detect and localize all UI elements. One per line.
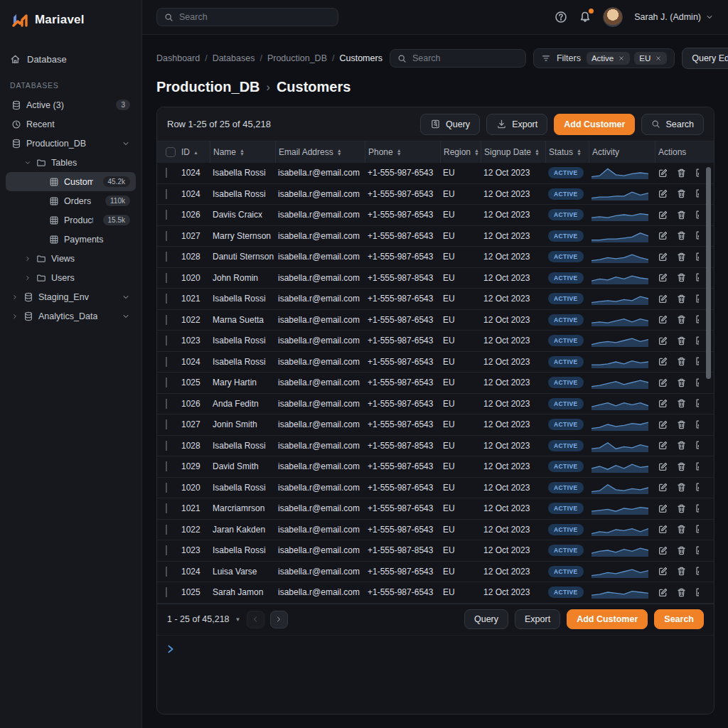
query-button-footer[interactable]: Query bbox=[464, 609, 508, 629]
file-icon[interactable] bbox=[695, 188, 699, 199]
edit-icon[interactable] bbox=[658, 294, 668, 304]
trash-icon[interactable] bbox=[676, 440, 687, 451]
sidebar-item-customers[interactable]: Customers45.2k bbox=[6, 172, 136, 191]
add-customer-button[interactable]: Add Customer bbox=[554, 114, 635, 135]
file-icon[interactable] bbox=[695, 545, 699, 556]
trash-icon[interactable] bbox=[676, 188, 687, 199]
chevron-down-icon[interactable] bbox=[122, 293, 130, 301]
table-row[interactable]: 1020Isabella Rossiisabella.r@email.com+1… bbox=[157, 478, 714, 499]
row-checkbox[interactable] bbox=[166, 419, 167, 429]
trash-icon[interactable] bbox=[676, 398, 687, 409]
file-icon[interactable] bbox=[695, 398, 699, 409]
file-icon[interactable] bbox=[695, 210, 699, 220]
breadcrumb-item-customers[interactable]: Customers bbox=[339, 53, 382, 63]
file-icon[interactable] bbox=[695, 272, 699, 283]
table-row[interactable]: 1024Isabella Rossiisabella.r@email.com+1… bbox=[157, 184, 714, 205]
trash-icon[interactable] bbox=[676, 210, 687, 220]
edit-icon[interactable] bbox=[658, 503, 668, 514]
edit-icon[interactable] bbox=[658, 482, 668, 493]
close-icon[interactable] bbox=[655, 55, 662, 62]
trash-icon[interactable] bbox=[676, 378, 687, 388]
search-button[interactable]: Search bbox=[641, 114, 704, 135]
console-expand-chevron-icon[interactable] bbox=[166, 644, 176, 654]
sidebar-item-production-db[interactable]: Production_DB bbox=[6, 134, 136, 153]
trash-icon[interactable] bbox=[676, 336, 687, 346]
table-row[interactable]: 1026Daviis Craicxisabella.r@email.com+1-… bbox=[157, 205, 714, 226]
trash-icon[interactable] bbox=[676, 503, 687, 514]
row-checkbox[interactable] bbox=[166, 315, 167, 325]
edit-icon[interactable] bbox=[658, 398, 668, 409]
edit-icon[interactable] bbox=[658, 230, 668, 241]
row-checkbox[interactable] bbox=[166, 483, 167, 493]
trash-icon[interactable] bbox=[676, 272, 687, 283]
select-all-checkbox[interactable] bbox=[157, 141, 178, 163]
breadcrumb-item-dashboard[interactable]: Dashboard bbox=[156, 53, 200, 63]
sidebar-item-staging-env[interactable]: Staging_Env bbox=[6, 287, 136, 306]
sidebar-item-payments[interactable]: Payments bbox=[6, 230, 136, 249]
table-row[interactable]: 1023Isabella Rossiisabella.r@email.com+1… bbox=[157, 540, 714, 562]
file-icon[interactable] bbox=[695, 503, 699, 514]
row-checkbox[interactable] bbox=[166, 357, 167, 367]
edit-icon[interactable] bbox=[658, 440, 668, 451]
table-row[interactable]: 1028Danuti Sternsonisabella.r@email.com+… bbox=[157, 247, 714, 268]
trash-icon[interactable] bbox=[676, 168, 687, 178]
row-checkbox[interactable] bbox=[166, 461, 167, 471]
user-menu[interactable]: Sarah J. (Admin) bbox=[634, 12, 714, 22]
table-row[interactable]: 1024Isabella Rossiisabella.r@email.com+1… bbox=[157, 352, 714, 373]
trash-icon[interactable] bbox=[676, 294, 687, 304]
vertical-scrollbar[interactable] bbox=[706, 167, 711, 379]
trash-icon[interactable] bbox=[676, 356, 687, 367]
row-checkbox[interactable] bbox=[166, 399, 167, 409]
trash-icon[interactable] bbox=[676, 566, 687, 577]
table-row[interactable]: 1027Marry Sternsonisabella.r@email.com+1… bbox=[157, 226, 714, 247]
edit-icon[interactable] bbox=[658, 336, 668, 346]
column-header-email-address[interactable]: Email Address▲▼ bbox=[275, 141, 365, 163]
trash-icon[interactable] bbox=[676, 545, 687, 556]
edit-icon[interactable] bbox=[658, 314, 668, 325]
global-search-input[interactable]: Search bbox=[156, 8, 338, 26]
file-icon[interactable] bbox=[695, 294, 699, 304]
trash-icon[interactable] bbox=[676, 230, 687, 241]
edit-icon[interactable] bbox=[658, 210, 668, 220]
table-row[interactable]: 1022Jaran Kakdenisabella.r@email.com+1-5… bbox=[157, 520, 714, 541]
row-checkbox[interactable] bbox=[166, 587, 167, 597]
sidebar-item-analytics-data[interactable]: Analytics_Data bbox=[6, 306, 136, 326]
sidebar-item-tables[interactable]: Tables bbox=[6, 153, 136, 172]
avatar[interactable] bbox=[603, 7, 623, 27]
filters-button[interactable]: Filters ActiveEU bbox=[533, 48, 675, 68]
trash-icon[interactable] bbox=[676, 587, 687, 598]
breadcrumb-item-production_db[interactable]: Production_DB bbox=[267, 53, 327, 63]
row-checkbox[interactable] bbox=[166, 294, 167, 304]
row-checkbox[interactable] bbox=[166, 336, 167, 346]
table-row[interactable]: 1024Isabella Rossiisabella.r@email.com+1… bbox=[157, 163, 714, 184]
row-checkbox[interactable] bbox=[166, 252, 167, 262]
file-icon[interactable] bbox=[695, 314, 699, 325]
chevron-right-icon[interactable] bbox=[11, 293, 18, 301]
row-checkbox[interactable] bbox=[166, 441, 167, 451]
table-row[interactable]: 1021Isabella Rossiisabella.r@email.com+1… bbox=[157, 289, 714, 310]
query-button[interactable]: Query bbox=[420, 114, 480, 135]
file-icon[interactable] bbox=[695, 524, 699, 535]
row-checkbox[interactable] bbox=[166, 189, 167, 199]
edit-icon[interactable] bbox=[658, 188, 668, 199]
edit-icon[interactable] bbox=[658, 252, 668, 262]
file-icon[interactable] bbox=[695, 461, 699, 472]
file-icon[interactable] bbox=[695, 566, 699, 577]
checkbox[interactable] bbox=[166, 147, 176, 157]
row-checkbox[interactable] bbox=[166, 168, 167, 178]
help-icon[interactable] bbox=[555, 11, 567, 23]
column-header-name[interactable]: Name▲▼ bbox=[210, 141, 275, 163]
table-row[interactable]: 1026Anda Feditnisabella.r@email.com+1-55… bbox=[157, 394, 714, 415]
query-editor-button[interactable]: Query Editor bbox=[682, 48, 728, 69]
trash-icon[interactable] bbox=[676, 524, 687, 535]
row-checkbox[interactable] bbox=[166, 210, 167, 220]
sidebar-item-recent[interactable]: Recent bbox=[6, 114, 136, 134]
column-header-id[interactable]: ID▲ bbox=[178, 141, 210, 163]
row-checkbox[interactable] bbox=[166, 525, 167, 535]
file-icon[interactable] bbox=[695, 356, 699, 367]
table-row[interactable]: 1024Luisa Varseisabella.r@email.com+1-55… bbox=[157, 562, 714, 583]
row-checkbox[interactable] bbox=[166, 273, 167, 283]
trash-icon[interactable] bbox=[676, 419, 687, 430]
table-row[interactable]: 1023Isabella Rossiisabella.r@email.com+1… bbox=[157, 331, 714, 352]
file-icon[interactable] bbox=[695, 587, 699, 598]
